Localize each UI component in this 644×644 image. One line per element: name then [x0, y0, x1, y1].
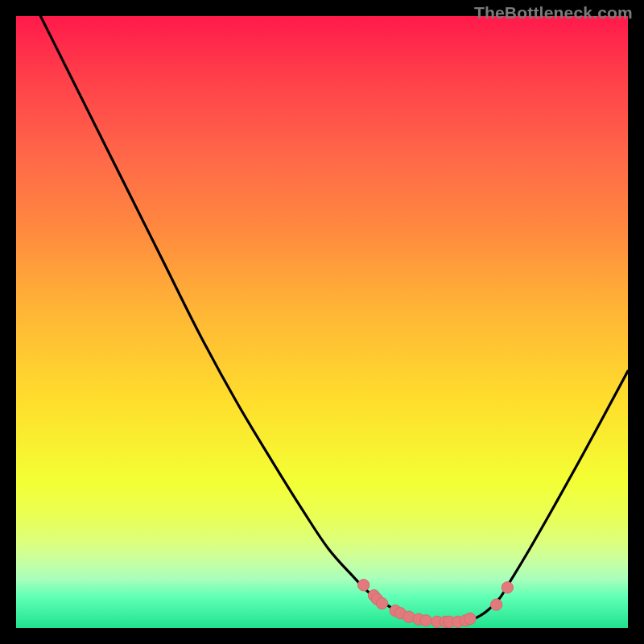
watermark-text: TheBottleneck.com — [474, 3, 633, 23]
data-point — [357, 580, 369, 591]
data-point — [464, 613, 476, 624]
chart-frame — [16, 16, 628, 628]
data-point — [376, 597, 387, 609]
chart-svg — [16, 16, 628, 628]
chart-curve-layer — [16, 16, 628, 628]
chart-scatter-series — [357, 580, 513, 628]
data-point — [420, 615, 431, 626]
bottleneck-curve-path — [16, 16, 628, 622]
plot-area — [16, 16, 628, 628]
data-point — [502, 582, 513, 593]
chart-line-series — [16, 16, 628, 622]
data-point — [490, 599, 502, 610]
